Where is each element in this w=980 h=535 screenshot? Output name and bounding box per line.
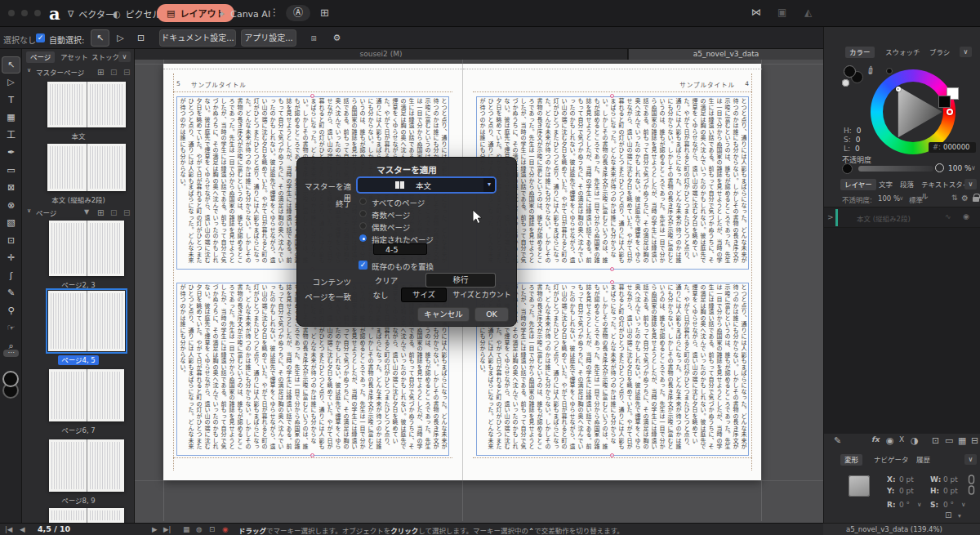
point-transform-tool[interactable]: ✛ (2, 250, 20, 265)
opacity-slider[interactable] (858, 166, 933, 172)
w-value[interactable]: 0 pt (943, 475, 958, 484)
shear-chevron-icon[interactable]: ∨ (961, 501, 966, 508)
pen-tool[interactable]: ✒ (2, 145, 20, 160)
first-spread-button[interactable]: |◀ (5, 525, 12, 533)
radio-odd-pages[interactable] (359, 210, 367, 217)
duplicate-page-icon[interactable]: ⊡ (110, 208, 117, 217)
layer-expander-icon[interactable]: > (827, 213, 834, 221)
match-size-count-option[interactable]: サイズとカウント (450, 289, 514, 302)
document-tab-active[interactable]: a5_novel_v3_data (629, 49, 823, 60)
document-settings-button[interactable]: ドキュメント設定... (160, 30, 235, 46)
anchor-point-selector[interactable] (849, 475, 870, 497)
pages-section-header[interactable]: ∨ ページ ▼ ⊞ ⊡ ⊟ (22, 207, 135, 219)
mask-layer-icon[interactable]: ◉ (886, 435, 894, 446)
color-picker-tool[interactable]: ⚲ (2, 303, 20, 319)
eyedropper-icon[interactable]: ✐ (863, 63, 878, 78)
match-none-option[interactable]: なし (364, 289, 397, 302)
gear-icon[interactable]: ⚙ (328, 30, 345, 46)
panel-menu-chevron-icon[interactable]: ∨ (960, 47, 972, 57)
edit-all-layers-icon[interactable]: ✎ (834, 435, 841, 446)
page-label[interactable]: ページ6, 7 (61, 426, 96, 435)
content-migrate-option-selected[interactable]: 移行 (426, 274, 495, 287)
adjustment-layer-icon[interactable]: ◑ (911, 435, 919, 446)
replace-existing-checkbox[interactable]: ✓ (359, 261, 368, 270)
blend-mode-value[interactable]: 標準 (909, 194, 923, 204)
app-settings-button[interactable]: アプリ設定... (242, 30, 296, 46)
frame-handle[interactable] (310, 94, 314, 98)
tab-layers[interactable]: レイヤー (840, 179, 876, 190)
node-tool[interactable]: ▷ (2, 74, 20, 90)
no-color-icon[interactable] (842, 79, 849, 87)
tab-transform[interactable]: 変形 (840, 454, 862, 466)
recording-icon[interactable]: ◉ (222, 525, 228, 533)
page-indicator[interactable]: 4,5 / 10 (38, 524, 70, 533)
tab-history[interactable]: 履歴 (912, 454, 934, 466)
window-close-button[interactable] (8, 10, 15, 16)
radio-even-pages[interactable] (359, 222, 367, 230)
layer-fx-icon[interactable]: fx (871, 435, 880, 444)
move-tool[interactable]: ↖ (2, 57, 20, 73)
picture-frame-rect-tool[interactable]: ⊠ (2, 180, 20, 195)
page-label[interactable]: ページ2, 3 (61, 281, 96, 289)
more-tools-button[interactable]: ⋯ (3, 350, 19, 357)
previous-spread-button[interactable]: ◀ (20, 525, 25, 533)
picture-frame-ellipse-tool[interactable]: ⊗ (2, 198, 20, 213)
margins-icon[interactable]: ⧈ (305, 30, 323, 46)
kebab-menu-icon[interactable]: ⋮ (270, 7, 279, 18)
cancel-button[interactable]: キャンセル (418, 308, 469, 321)
shear-value[interactable]: 0 ° (943, 501, 954, 509)
transform-mode-icon[interactable]: ⊡ (945, 510, 951, 519)
stepper-icon[interactable]: ⇅ (951, 194, 958, 202)
hue-selector-dot[interactable] (947, 109, 953, 115)
master-thumbnail-honbun[interactable] (47, 82, 126, 127)
radio-all-pages[interactable] (359, 198, 367, 205)
artistic-text-tool[interactable]: 工 (2, 127, 20, 143)
snapping-icon[interactable]: ⋈ (751, 7, 761, 18)
opacity-slider-knob[interactable] (935, 163, 944, 172)
primary-color-swatch[interactable] (938, 96, 951, 108)
page-thumbnail-8-9[interactable] (49, 439, 124, 492)
sort-pages-icon[interactable]: ▼ (84, 208, 89, 216)
preview-mode-icon[interactable]: ◍ (196, 525, 202, 533)
transform-mode-caret-icon[interactable]: ▾ (958, 512, 961, 519)
hardware-acceleration-icon[interactable]: ◭ (804, 7, 812, 18)
select-layer-mode-button[interactable]: ⊡ (132, 30, 149, 46)
layer-settings-gear-icon[interactable]: ⚙ (961, 194, 969, 203)
page-thumbnail-2-3[interactable] (49, 221, 124, 276)
x-value[interactable]: 0 pt (899, 475, 914, 484)
opacity-chevron-icon[interactable]: ∨ (899, 194, 904, 202)
page-range-input[interactable]: 4-5 (373, 243, 427, 255)
frame-text-tool[interactable]: T (2, 92, 20, 108)
view-tool[interactable]: ☞ (2, 320, 20, 336)
add-master-icon[interactable]: ⊞ (97, 68, 104, 77)
apps-grid-icon[interactable]: ⊞ (320, 7, 329, 19)
account-badge[interactable]: Ⓐ (286, 5, 310, 21)
match-size-option-selected[interactable]: サイズ (402, 288, 446, 301)
fill-color-well[interactable] (2, 371, 19, 387)
text-frame[interactable]: しかしその書物の長き序文が示唆に富むというのは、誰もが認めるところであった。先生… (476, 283, 749, 456)
collapse-chevron-icon[interactable]: ∨ (27, 67, 31, 74)
shade-selector-dot[interactable] (896, 87, 901, 91)
page-label-selected[interactable]: ページ4, 5 (58, 355, 99, 365)
content-clear-option[interactable]: クリア (368, 274, 405, 288)
window-minimize-button[interactable] (21, 10, 28, 16)
opacity-chevron-icon[interactable]: ∨ (971, 164, 976, 172)
delete-master-icon[interactable]: ⊟ (123, 68, 130, 77)
select-object-mode-button[interactable]: ↖ (91, 30, 109, 46)
radio-label[interactable]: 偶数ページ (372, 221, 410, 233)
vector-brush-tool[interactable]: ʃ (2, 268, 20, 283)
master-pages-section-header[interactable]: ∨ マスターページ ⊞ ⊡ ⊟ (22, 67, 135, 78)
persona-pixel[interactable]: ◐ ピクセル (113, 7, 162, 21)
delete-layer-icon[interactable]: ⊟ (971, 435, 978, 446)
document-tab-inactive[interactable]: sousei2 (M) (135, 49, 628, 60)
window-zoom-button[interactable] (34, 10, 41, 16)
text-frame[interactable]: しかしその書物の長き序文が示唆に富むというのは、誰もが認めるところであった。先生… (476, 96, 749, 270)
picked-color-well[interactable] (886, 68, 893, 74)
master-label[interactable]: 本文 (71, 132, 85, 140)
radio-label[interactable]: すべてのページ (372, 197, 425, 208)
duplicate-master-icon[interactable]: ⊡ (110, 68, 117, 77)
table-tool[interactable]: ▦ (2, 109, 20, 125)
ok-button[interactable]: OK (475, 308, 508, 321)
fill-swatch-circle[interactable] (844, 65, 856, 78)
next-spread-button[interactable]: ▶ (152, 525, 158, 533)
